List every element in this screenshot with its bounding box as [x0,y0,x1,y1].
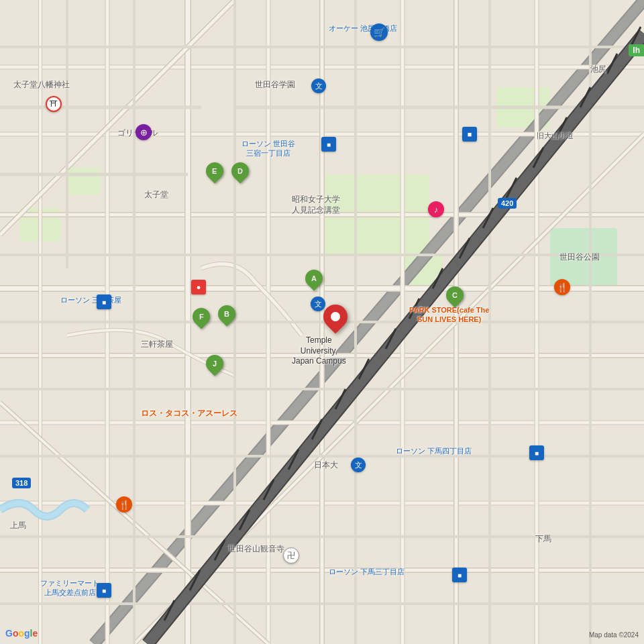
icon-lawson-mishuku[interactable]: ■ [321,137,336,152]
icon-station-sangenjaya[interactable]: ● [191,280,206,294]
icon-edu-temple[interactable]: 文 [311,297,325,311]
icon-lawson-sangenjaya[interactable]: ■ [97,294,111,309]
icon-edu-nihon[interactable]: 文 [351,458,366,472]
corner-label-ih[interactable]: Ih [629,44,644,56]
icon-lawson-shimo4[interactable]: ■ [529,445,544,460]
icon-train-ikejiri[interactable]: ■ [462,127,477,142]
marker-j[interactable]: J [206,355,223,372]
map-container: オーケー 池尻大橋店 ローソン 世田谷三宿一丁目店 ローソン 三軒茶屋 ローソン… [0,0,644,644]
icon-okei-cart[interactable]: 🛒 [370,23,388,41]
road-badge-420: 420 [498,198,517,209]
icon-temple-swastika[interactable]: 卍 [283,547,299,564]
road-badge-318: 318 [12,478,31,488]
map-data-text: Map data ©2024 [589,631,639,639]
marker-b[interactable]: B [218,305,235,323]
icon-gorilla[interactable]: ⊕ [136,124,152,140]
marker-d[interactable]: D [231,162,249,180]
icon-taisido-shrine[interactable]: ⛩ [46,96,62,112]
marker-f[interactable]: F [193,308,210,325]
marker-a[interactable]: A [305,270,323,287]
marker-c[interactable]: C [446,286,464,304]
icon-music[interactable]: ♪ [428,201,444,217]
marker-e[interactable]: E [206,162,223,180]
icon-familymart[interactable]: ■ [97,583,111,598]
google-logo: Google [5,628,38,639]
icon-lawson-shimo3[interactable]: ■ [452,568,467,582]
icon-restaurant-tacos[interactable]: 🍴 [116,496,132,513]
icon-edu-setagaya[interactable]: 文 [311,78,326,93]
svg-rect-6 [67,168,101,195]
icon-restaurant-setagaya-park[interactable]: 🍴 [554,279,570,295]
main-pin[interactable] [323,305,347,329]
